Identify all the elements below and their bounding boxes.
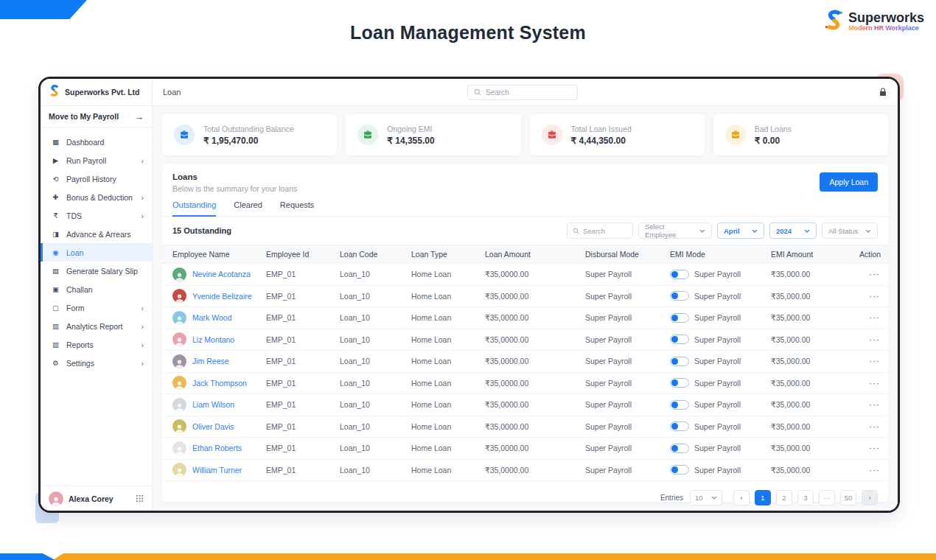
page-button[interactable]: 50: [840, 490, 856, 505]
emi-mode-toggle[interactable]: [670, 335, 689, 344]
sidebar-item-label: TDS: [66, 211, 82, 220]
emi-mode-toggle[interactable]: [670, 270, 689, 279]
emi-mode-toggle[interactable]: [670, 313, 689, 323]
employee-id-cell: EMP_01: [266, 335, 340, 344]
employee-name-link[interactable]: Liz Montano: [192, 335, 234, 344]
emi-amount-cell: ₹35,000.00: [771, 357, 859, 365]
sidebar-item-label: Dashboard: [66, 138, 104, 147]
emi-amount-cell: ₹35,000.00: [771, 292, 859, 301]
sidebar-item[interactable]: ⟲ Payroll History: [41, 169, 152, 188]
table-search-input[interactable]: [583, 227, 627, 235]
employee-name-link[interactable]: Jack Thompson: [192, 379, 247, 388]
employee-name-link[interactable]: William Turner: [192, 466, 242, 475]
disbursal-mode-cell: Super Payroll: [585, 313, 670, 322]
employee-name-link[interactable]: Nevine Acotanza: [192, 270, 251, 279]
emi-mode-toggle[interactable]: [670, 378, 689, 388]
sidebar-item[interactable]: ▦ Dashboard: [41, 133, 152, 151]
row-actions-icon[interactable]: ···: [859, 421, 880, 432]
emi-mode-toggle[interactable]: [670, 421, 689, 431]
row-actions-icon[interactable]: ···: [859, 378, 880, 388]
employee-name-link[interactable]: Oliver Davis: [192, 422, 234, 431]
employee-avatar: [172, 441, 186, 455]
employee-select[interactable]: Select Employee: [638, 223, 712, 239]
disbursal-mode-cell: Super Payroll: [585, 292, 670, 301]
page-button[interactable]: 3: [797, 490, 814, 505]
emi-mode-toggle[interactable]: [670, 465, 689, 475]
status-select[interactable]: All Status: [822, 223, 878, 239]
row-actions-icon[interactable]: ···: [859, 312, 880, 323]
emi-mode-toggle[interactable]: [670, 400, 689, 410]
sidebar-item[interactable]: ₹ TDS ›: [41, 206, 152, 225]
employee-name-link[interactable]: Jim Reese: [192, 357, 229, 365]
apps-grid-icon[interactable]: [136, 494, 144, 503]
table-row: Oliver Davis EMP_01 Loan_10 Home Loan ₹3…: [162, 416, 888, 438]
employee-avatar: [172, 398, 186, 412]
emi-amount-cell: ₹35,000.00: [771, 400, 859, 409]
employee-avatar: [172, 419, 186, 433]
emi-mode-toggle[interactable]: [670, 444, 689, 453]
tab[interactable]: Cleared: [234, 200, 262, 217]
row-actions-icon[interactable]: ···: [859, 465, 880, 475]
emi-mode-toggle[interactable]: [670, 291, 689, 301]
column-header: Loan Amount: [485, 250, 585, 259]
table-row: Liam Wilson EMP_01 Loan_10 Home Loan ₹35…: [162, 394, 888, 416]
sidebar-item[interactable]: ▶ Run Payroll ›: [41, 151, 152, 169]
move-to-my-payroll-link[interactable]: Move to My Payroll →: [41, 106, 152, 127]
page-button[interactable]: 2: [776, 490, 792, 505]
emi-mode-label: Super Payroll: [694, 466, 741, 475]
table-row: William Turner EMP_01 Loan_10 Home Loan …: [162, 460, 888, 482]
table-row: Jack Thompson EMP_01 Loan_10 Home Loan ₹…: [162, 373, 888, 395]
entries-select[interactable]: 10: [690, 490, 722, 505]
sidebar-item[interactable]: ▥ Analytics Report ›: [41, 317, 152, 335]
apply-loan-button[interactable]: Apply Loan: [820, 172, 878, 192]
employee-name-link[interactable]: Liam Wilson: [192, 400, 234, 409]
employee-id-cell: EMP_01: [266, 379, 340, 388]
sidebar-item-label: Form: [66, 304, 85, 312]
sidebar-item[interactable]: ◉ Loan: [41, 243, 152, 262]
loan-type-cell: Home Loan: [411, 270, 485, 279]
sidebar-item[interactable]: ▣ Challan: [41, 280, 152, 298]
sidebar-company: Superworks Pvt. Ltd: [41, 79, 152, 106]
page-button[interactable]: ···: [819, 490, 835, 505]
pagination: Entries 10 ‹ 1 2 3: [162, 481, 888, 513]
global-search: [467, 85, 578, 100]
column-header: EMI Amount: [771, 250, 859, 259]
sidebar-user[interactable]: Alexa Corey: [41, 486, 152, 511]
emi-mode-toggle[interactable]: [670, 357, 689, 366]
loan-type-cell: Home Loan: [411, 335, 485, 344]
emi-amount-cell: ₹35,000.00: [771, 379, 859, 388]
loan-code-cell: Loan_10: [340, 422, 411, 431]
row-actions-icon[interactable]: ···: [859, 356, 880, 366]
row-actions-icon[interactable]: ···: [859, 443, 880, 453]
next-page-button[interactable]: ›: [862, 490, 878, 505]
month-select[interactable]: April: [717, 223, 764, 239]
sidebar-item[interactable]: ✚ Bonus & Deduction ›: [41, 188, 152, 206]
tab[interactable]: Outstanding: [172, 200, 216, 217]
global-search-input[interactable]: [486, 88, 571, 97]
sidebar-item[interactable]: ⚙ Settings ›: [41, 354, 152, 372]
employee-name-link[interactable]: Ethan Roberts: [192, 444, 242, 452]
emi-mode-label: Super Payroll: [694, 444, 741, 452]
card-value: ₹ 14,355.00: [387, 136, 434, 146]
tab[interactable]: Requests: [280, 200, 314, 217]
row-actions-icon[interactable]: ···: [859, 399, 880, 410]
year-select[interactable]: 2024: [769, 223, 817, 239]
tds-icon: ₹: [51, 211, 60, 220]
disbursal-mode-cell: Super Payroll: [585, 335, 670, 344]
emi-mode-label: Super Payroll: [694, 400, 741, 409]
sidebar-item[interactable]: ▥ Reports ›: [41, 335, 152, 354]
sidebar-item[interactable]: ◨ Advance & Arrears: [41, 225, 152, 243]
loan-code-cell: Loan_10: [340, 379, 411, 388]
employee-name-link[interactable]: Yvenide Belizaire: [192, 292, 252, 301]
column-header: Action: [859, 250, 880, 259]
employee-name-link[interactable]: Mark Wood: [192, 313, 232, 322]
row-actions-icon[interactable]: ···: [859, 335, 880, 345]
entries-label: Entries: [660, 494, 683, 502]
sidebar-item[interactable]: ▢ Form ›: [41, 298, 152, 317]
prev-page-button[interactable]: ‹: [733, 490, 750, 505]
emi-mode-label: Super Payroll: [694, 422, 741, 431]
row-actions-icon[interactable]: ···: [859, 291, 880, 301]
sidebar-item[interactable]: ▤ Generate Salary Slip: [41, 262, 152, 280]
page-button[interactable]: 1: [755, 490, 771, 505]
row-actions-icon[interactable]: ···: [859, 269, 880, 279]
